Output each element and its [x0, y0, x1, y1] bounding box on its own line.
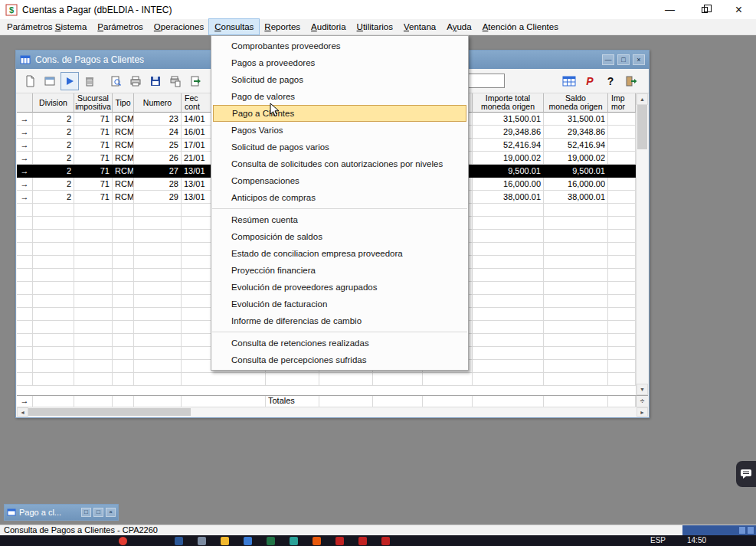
- child-maximize-button[interactable]: □: [617, 54, 630, 65]
- p-tool-button[interactable]: P: [581, 72, 599, 90]
- taskbar-icon[interactable]: [335, 537, 344, 545]
- taskbar-icon[interactable]: [221, 537, 229, 545]
- totals-row: → Totales: [17, 395, 636, 407]
- menu-item-proyeccion-financiera[interactable]: Proyección financiera: [211, 262, 468, 279]
- menu-item-pagos-a-proveedores[interactable]: Pagos a proveedores: [211, 54, 468, 71]
- print-button[interactable]: [126, 72, 145, 90]
- exit-button[interactable]: [622, 72, 640, 90]
- consultas-dropdown-menu: Comprobantes proveedores Pagos a proveed…: [211, 35, 469, 371]
- menu-item-solicitud-de-pagos-varios[interactable]: Solicitud de pagos varios: [211, 139, 468, 155]
- taskbar-icon[interactable]: [244, 537, 252, 545]
- cell-saldo: 31,500.01: [544, 113, 608, 126]
- menu-item-pago-a-clientes[interactable]: Pago a Clientes: [213, 105, 466, 122]
- save-button[interactable]: [146, 72, 165, 90]
- horizontal-scroll-thumb[interactable]: [28, 408, 191, 416]
- delete-button[interactable]: [80, 72, 99, 90]
- help-button[interactable]: ?: [601, 72, 620, 90]
- menu-item-compensaciones[interactable]: Compensaciones: [211, 172, 468, 189]
- vertical-scroll-track[interactable]: [637, 105, 648, 384]
- menu-atencion-clientes[interactable]: Atención a Clientes: [477, 19, 564, 34]
- menu-item-consulta-retenciones[interactable]: Consulta de retenciones realizadas: [211, 335, 468, 351]
- menu-item-estado-conciliacion[interactable]: Estado de conciliacion empresa proveedor…: [211, 245, 468, 262]
- menu-item-consulta-percepciones[interactable]: Consulta de percepciones sufridas: [211, 351, 468, 368]
- menu-item-evolucion-facturacion[interactable]: Evolución de facturacion: [211, 296, 468, 312]
- taskbar-icon[interactable]: [358, 537, 367, 545]
- minwin-restore-button[interactable]: □: [81, 508, 91, 517]
- minimized-window-pago-a-clientes[interactable]: Pago a cl... □ □ ×: [4, 504, 119, 521]
- print-preview-button[interactable]: [166, 72, 185, 90]
- header-division[interactable]: Division: [33, 93, 74, 113]
- menu-item-pago-de-valores[interactable]: Pago de valores: [211, 88, 468, 105]
- child-minimize-button[interactable]: —: [602, 54, 614, 65]
- close-button[interactable]: ×: [722, 0, 756, 19]
- minimize-button[interactable]: —: [653, 0, 687, 19]
- header-sucursal[interactable]: Sucursalimpositiva: [74, 93, 113, 113]
- taskbar-icon[interactable]: [290, 537, 298, 545]
- svg-text:$: $: [9, 5, 14, 15]
- scroll-down-button[interactable]: ▼: [637, 384, 648, 395]
- menu-consultas[interactable]: Consultas: [209, 19, 259, 34]
- menu-item-informe-diferencias-cambio[interactable]: Informe de diferencias de cambio: [211, 312, 468, 329]
- taskbar-icon[interactable]: [313, 537, 321, 545]
- taskbar-clock[interactable]: 14:50: [687, 536, 706, 544]
- magnifier-page-icon: [110, 75, 122, 87]
- horizontal-scroll-track[interactable]: [28, 407, 637, 417]
- menu-parametros-sistema[interactable]: Parámetros Sistema: [2, 19, 92, 34]
- menu-item-anticipos-de-compras[interactable]: Anticipos de compras: [211, 189, 468, 206]
- totals-spinner[interactable]: ÷: [636, 395, 648, 407]
- horizontal-scrollbar[interactable]: ◄ ►: [17, 407, 648, 417]
- vertical-scroll-thumb[interactable]: [637, 105, 647, 149]
- statusbar: Consulta de Pagos a Clientes - CPA2260: [0, 525, 756, 535]
- header-tipo[interactable]: Tipo: [113, 93, 134, 113]
- row-indicator: →: [17, 139, 33, 152]
- header-importe-2[interactable]: Impmor: [608, 93, 636, 113]
- taskbar-icon[interactable]: [198, 537, 206, 545]
- preview-button[interactable]: [106, 72, 125, 90]
- menu-item-pagos-varios[interactable]: Pagos Varios: [211, 122, 468, 139]
- menu-item-evolucion-proveedores[interactable]: Evolución de proveedores agrupados: [211, 279, 468, 296]
- scroll-left-button[interactable]: ◄: [17, 407, 28, 417]
- header-importe[interactable]: Importe totalmoneda origen: [473, 93, 544, 113]
- menu-item-consulta-solicitudes-autorizaciones[interactable]: Consulta de solicitudes con autorizacion…: [211, 155, 468, 172]
- menu-item-comprobantes-proveedores[interactable]: Comprobantes proveedores: [211, 38, 468, 54]
- taskbar-icon[interactable]: [267, 537, 275, 545]
- scroll-up-button[interactable]: ▲: [637, 93, 648, 105]
- table-view-button[interactable]: [560, 72, 578, 90]
- new-record-button[interactable]: [21, 72, 39, 90]
- menu-operaciones[interactable]: Operaciones: [149, 19, 209, 34]
- menu-reportes[interactable]: Reportes: [259, 19, 306, 34]
- minwin-close-button[interactable]: ×: [106, 508, 116, 517]
- cell-numero: 23: [134, 113, 182, 126]
- taskbar-icon[interactable]: [381, 537, 390, 545]
- mouse-cursor: [270, 103, 280, 121]
- header-saldo[interactable]: Saldomoneda origen: [544, 93, 608, 113]
- taskbar-icon[interactable]: [119, 537, 127, 545]
- menu-item-resumen-cuenta[interactable]: Resúmen cuenta: [211, 211, 468, 228]
- header-numero[interactable]: Numero: [134, 93, 182, 113]
- menu-parametros[interactable]: Parámetros: [92, 19, 149, 34]
- vertical-scrollbar[interactable]: ▲ ▼: [636, 93, 648, 395]
- totals-label: Totales: [266, 396, 319, 407]
- scroll-down-icon: ▼: [640, 387, 645, 392]
- child-close-button[interactable]: ×: [633, 54, 645, 65]
- taskbar-language[interactable]: ESP: [650, 536, 666, 544]
- menu-utilitarios[interactable]: Utilitarios: [352, 19, 398, 34]
- screen: $ Cuentas a Pagar (dbELDIA - INTEC) — × …: [0, 0, 756, 546]
- menu-auditoria[interactable]: Auditoria: [306, 19, 351, 34]
- scroll-right-button[interactable]: ►: [637, 407, 648, 417]
- chat-overlay-button[interactable]: [736, 461, 756, 487]
- restore-icon: [702, 7, 708, 13]
- menu-item-composicion-de-saldos[interactable]: Composición de saldos: [211, 228, 468, 245]
- minwin-maximize-button[interactable]: □: [93, 508, 103, 517]
- menu-ayuda[interactable]: Ayuda: [441, 19, 476, 34]
- printer-icon: [129, 75, 142, 87]
- open-form-button[interactable]: [41, 72, 59, 90]
- export-button[interactable]: [186, 72, 205, 90]
- run-query-button[interactable]: [61, 72, 79, 90]
- menu-ventana[interactable]: Ventana: [398, 19, 441, 34]
- restore-button[interactable]: [687, 0, 722, 19]
- row-arrow-icon: →: [21, 166, 29, 175]
- taskbar-icon[interactable]: [175, 537, 183, 545]
- menu-item-solicitud-de-pagos[interactable]: Solicitud de pagos: [211, 71, 468, 88]
- spin-icon: ÷: [640, 397, 645, 405]
